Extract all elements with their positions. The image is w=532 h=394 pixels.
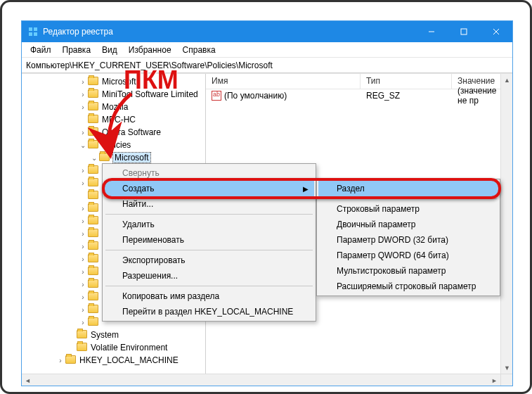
chevron-right-icon[interactable]: › [78,103,88,111]
svg-rect-1 [34,27,37,31]
tree-item[interactable]: ›HKEY_LOCAL_MACHINE [22,354,205,367]
folder-icon [88,127,99,137]
app-icon [27,26,39,37]
close-button[interactable] [480,21,512,42]
tree-item[interactable]: ⌄Microsoft [22,151,205,164]
folder-icon [88,203,99,213]
chevron-right-icon[interactable]: › [78,230,88,238]
folder-icon [88,229,99,239]
menu-item[interactable]: Создать▶ [104,181,314,196]
address-bar[interactable]: Компьютер\HKEY_CURRENT_USER\Software\Pol… [22,58,512,73]
minimize-button[interactable] [415,21,448,42]
menubar: Файл Правка Вид Избранное Справка [22,42,512,58]
folder-icon [88,115,99,125]
folder-icon [88,254,99,264]
chevron-down-icon[interactable]: ⌄ [89,154,99,162]
col-type[interactable]: Тип [361,74,452,89]
menu-separator [105,250,313,250]
svg-rect-2 [29,32,32,36]
menu-item[interactable]: Копировать имя раздела [104,288,314,304]
chevron-down-icon[interactable]: ⌄ [78,141,88,149]
menu-edit[interactable]: Правка [57,44,97,56]
menu-item[interactable]: Удалить [104,217,314,232]
chevron-right-icon[interactable]: › [78,205,88,212]
scroll-up-icon[interactable]: ▲ [501,74,512,86]
scroll-down-icon[interactable]: ▼ [501,362,512,374]
menu-item[interactable]: Параметр QWORD (64 бита) [318,248,498,263]
folder-icon [88,102,99,112]
scroll-right-icon[interactable]: ► [488,374,500,386]
menu-item: Свернуть [104,165,314,181]
window-title: Редактор реестра [43,27,415,37]
menu-item[interactable]: Перейти в раздел HKEY_LOCAL_MACHINE [104,304,314,319]
menu-item[interactable]: Строковый параметр [318,201,498,217]
chevron-right-icon[interactable]: › [56,357,65,364]
chevron-right-icon[interactable]: › [78,281,88,288]
tree-item[interactable]: System [22,329,205,341]
chevron-right-icon[interactable]: › [78,268,88,276]
folder-icon [88,216,99,226]
chevron-right-icon[interactable]: › [78,167,88,174]
chevron-right-icon[interactable]: › [78,306,88,314]
menu-item[interactable]: Экспортировать [104,253,314,268]
folder-icon [88,317,99,327]
menu-item[interactable]: Разрешения... [104,268,314,284]
folder-icon [65,355,77,365]
menu-separator [105,286,313,286]
tree-item-label: HKEY_LOCAL_MACHINE [79,355,179,365]
scrollbar-corner [500,374,512,386]
menu-favorites[interactable]: Избранное [123,44,177,56]
chevron-right-icon[interactable]: › [78,293,88,301]
menu-item[interactable]: Переименовать [104,232,314,248]
folder-icon [77,343,88,352]
chevron-right-icon[interactable]: › [78,91,88,99]
screenshot-frame: Редактор реестра Файл Правка Вид Избранн… [0,0,532,394]
chevron-right-icon[interactable]: › [78,217,88,225]
menu-file[interactable]: Файл [25,44,57,56]
svg-rect-3 [34,32,37,36]
scroll-left-icon[interactable]: ◄ [22,374,34,386]
folder-icon [99,153,110,163]
menu-item[interactable]: Раздел [318,181,498,196]
folder-icon [88,89,99,99]
menu-item[interactable]: Расширяемый строковый параметр [318,279,498,294]
list-row[interactable]: (По умолчанию) REG_SZ (значение не пр [206,89,512,102]
tree-item[interactable]: ›Mozilla [22,101,205,113]
horizontal-scrollbar[interactable]: ◄ ► [22,374,512,386]
context-menu[interactable]: СвернутьСоздать▶Найти...УдалитьПереимено… [102,163,316,322]
menu-item[interactable]: Двоичный параметр [318,217,498,232]
folder-icon [88,267,99,277]
titlebar[interactable]: Редактор реестра [22,21,512,42]
menu-item[interactable]: Параметр DWORD (32 бита) [318,232,498,248]
folder-icon [88,305,99,314]
tree-item[interactable]: ⌄Policies [22,139,205,151]
cell-type: REG_SZ [361,91,452,101]
maximize-button[interactable] [448,21,480,42]
chevron-right-icon[interactable]: › [78,179,88,187]
tree-item[interactable]: MPC-HC [22,113,205,126]
tree-item-label: Volatile Environment [91,343,167,352]
tree-item-label: Mozilla [102,102,128,112]
chevron-right-icon[interactable]: › [78,319,88,326]
menu-separator [105,214,313,215]
vertical-scrollbar[interactable]: ▲ ▼ [500,74,512,374]
context-submenu-create[interactable]: РазделСтроковый параметрДвоичный парамет… [316,179,500,296]
folder-icon [88,191,99,201]
col-name[interactable]: Имя [206,74,361,89]
menu-help[interactable]: Справка [177,44,221,56]
menu-item[interactable]: Найти... [104,196,314,212]
chevron-right-icon[interactable]: › [78,129,88,136]
folder-icon [88,241,99,251]
tree-item-label: Opera Software [102,127,161,137]
tree-item[interactable]: ›Opera Software [22,126,205,139]
tree-item[interactable]: Volatile Environment [22,341,205,354]
chevron-right-icon[interactable]: › [78,78,88,86]
menu-item[interactable]: Мультистроковый параметр [318,263,498,279]
cell-name: (По умолчанию) [206,91,361,101]
svg-rect-5 [461,29,467,34]
chevron-right-icon[interactable]: › [78,255,88,263]
submenu-arrow-icon: ▶ [303,185,309,193]
menu-view[interactable]: Вид [96,44,123,56]
folder-icon [88,178,99,188]
chevron-right-icon[interactable]: › [78,243,88,250]
